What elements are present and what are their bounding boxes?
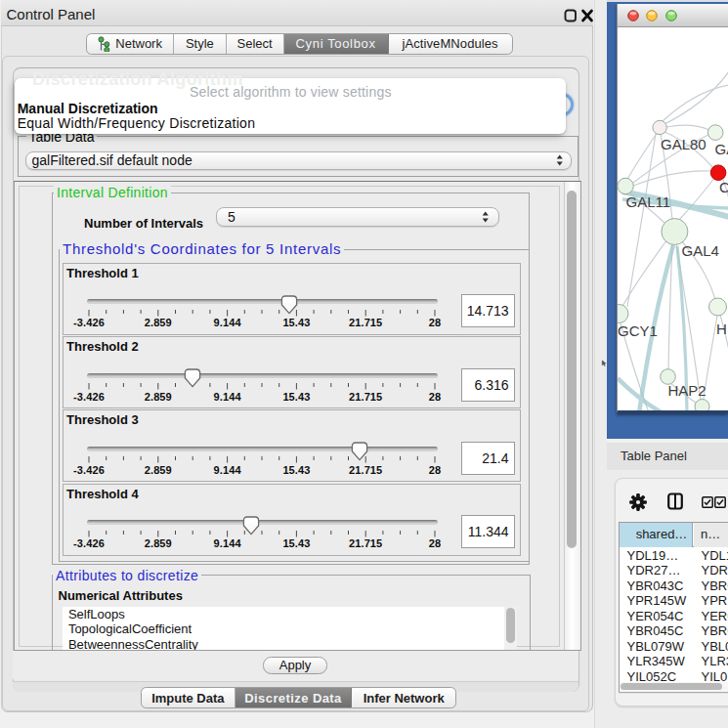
svg-text:GA: GA — [715, 141, 728, 157]
svg-text:HAP2: HAP2 — [668, 382, 707, 399]
svg-text:GAL11: GAL11 — [626, 193, 671, 210]
svg-text:H: H — [716, 321, 727, 337]
svg-text:GAL80: GAL80 — [661, 136, 707, 152]
svg-text:GCY1: GCY1 — [618, 322, 658, 339]
svg-text:GAL4: GAL4 — [682, 242, 719, 259]
svg-text:C: C — [719, 179, 728, 195]
